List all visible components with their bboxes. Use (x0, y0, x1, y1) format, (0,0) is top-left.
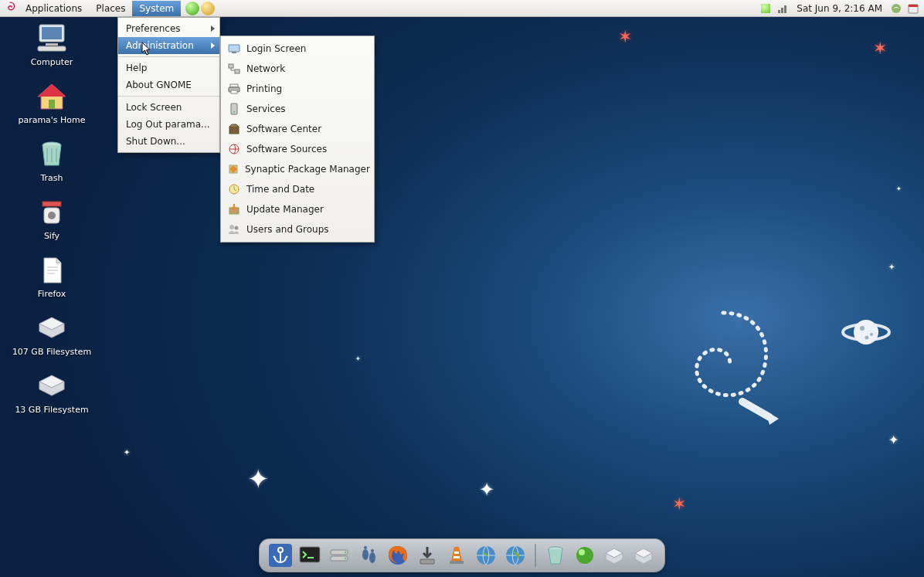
menu-item-software-sources[interactable]: Software Sources (221, 139, 374, 159)
quicklaunch-gold-icon[interactable] (201, 2, 215, 15)
desktop-icon-fs-107gb[interactable]: 107 GB Filesystem (9, 313, 94, 357)
dock-item-status[interactable] (572, 542, 598, 569)
dock-item-globe1[interactable] (473, 542, 499, 569)
svg-rect-51 (454, 556, 460, 558)
star-decoration: ✦ (479, 479, 494, 501)
svg-point-4 (865, 336, 869, 340)
dock-item-volume2[interactable] (630, 542, 657, 569)
menu-label: Shut Down... (126, 136, 185, 147)
star-red-decoration: ✶ (873, 39, 887, 58)
svg-rect-21 (229, 127, 239, 134)
svg-point-2 (860, 326, 865, 331)
menu-applications[interactable]: Applications (19, 1, 89, 16)
star-decoration: ✦ (896, 185, 902, 192)
dock-item-anchor[interactable] (267, 542, 294, 569)
svg-rect-52 (450, 561, 464, 564)
menu-item-help[interactable]: Help (118, 59, 219, 76)
tray-calendar-icon[interactable] (907, 2, 919, 15)
software-sources-icon (227, 142, 241, 156)
document-icon (35, 255, 69, 286)
menu-label: Log Out parama... (126, 119, 210, 130)
dock-item-trash[interactable] (542, 542, 569, 569)
planet-decoration (839, 313, 893, 351)
menu-label: Synaptic Package Manager (245, 164, 370, 175)
svg-point-45 (369, 552, 375, 563)
menu-label: Services (246, 104, 286, 114)
svg-point-20 (233, 111, 235, 113)
svg-point-56 (576, 547, 593, 564)
menu-system[interactable]: System (132, 1, 181, 16)
system-menu: Preferences Administration Help About GN… (117, 17, 220, 153)
desktop-icon-fs-13gb[interactable]: 13 GB Filesystem (9, 371, 94, 415)
star-decoration: ✦ (247, 463, 270, 494)
software-center-icon (227, 122, 241, 136)
panel-clock[interactable]: Sat Jun 9, 2:16 AM (793, 3, 885, 14)
desktop-icon-computer[interactable]: Computer (9, 23, 94, 67)
dock-item-firefox[interactable] (385, 542, 411, 569)
menu-item-lock-screen[interactable]: Lock Screen (118, 99, 219, 116)
svg-rect-49 (420, 559, 434, 564)
dock-separator (535, 544, 536, 567)
menu-places[interactable]: Places (89, 1, 132, 16)
dock-item-downloads[interactable] (414, 542, 440, 569)
svg-rect-7 (781, 8, 783, 13)
dock-item-drive[interactable] (326, 542, 352, 569)
menu-label: Software Center (246, 124, 321, 134)
desktop-icon-trash[interactable]: Trash (9, 139, 94, 183)
clock-icon (227, 182, 241, 196)
menu-item-printing[interactable]: Printing (221, 79, 374, 99)
desktop-icon-label: Computer (31, 57, 73, 67)
desktop-icon-home[interactable]: parama's Home (9, 81, 94, 125)
svg-rect-11 (909, 5, 918, 7)
menu-item-update-manager[interactable]: Update Manager (221, 199, 374, 219)
menu-item-users-groups[interactable]: Users and Groups (221, 219, 374, 239)
svg-point-47 (371, 549, 374, 552)
svg-rect-15 (235, 70, 239, 73)
dock-item-vlc[interactable] (443, 542, 470, 569)
desktop-icon-sify[interactable]: Sify (9, 197, 94, 241)
quicklaunch-green-icon[interactable] (185, 2, 199, 15)
dock-item-volume1[interactable] (601, 542, 627, 569)
top-panel: Applications Places System Sat Jun 9, 2:… (0, 0, 924, 17)
menu-item-login-screen[interactable]: Login Screen (221, 39, 374, 59)
mouse-cursor-icon (141, 42, 152, 56)
dock-item-globe2[interactable] (502, 542, 528, 569)
menu-item-network[interactable]: Network (221, 59, 374, 79)
trash-icon (35, 139, 69, 170)
dock-item-footprints[interactable] (355, 542, 382, 569)
svg-point-9 (892, 4, 901, 13)
menu-item-synaptic[interactable]: Synaptic Package Manager (221, 159, 374, 179)
star-decoration: ✦ (355, 355, 361, 362)
desktop-icon-grid: Computer parama's Home Trash Sify Firefo… (9, 23, 94, 415)
desktop-icon-label: 107 GB Filesystem (12, 347, 91, 357)
desktop-icon-label: 13 GB Filesystem (15, 405, 88, 415)
menu-label: Help (126, 63, 147, 73)
svg-rect-50 (454, 552, 459, 554)
tray-volume-icon[interactable] (890, 2, 902, 15)
menu-label: Login Screen (246, 43, 306, 54)
tray-status-icon[interactable] (759, 2, 772, 15)
menu-item-services[interactable]: Services (221, 99, 374, 119)
drive-icon (35, 313, 69, 344)
menu-item-preferences[interactable]: Preferences (118, 20, 219, 37)
menu-separator (118, 56, 219, 57)
debian-logo-icon[interactable] (3, 2, 17, 15)
menu-item-administration[interactable]: Administration (118, 37, 219, 54)
dock-item-terminal[interactable] (297, 542, 323, 569)
menu-item-time-date[interactable]: Time and Date (221, 179, 374, 199)
home-folder-icon (35, 81, 69, 112)
svg-rect-13 (232, 52, 236, 53)
menu-item-software-center[interactable]: Software Center (221, 119, 374, 139)
menu-item-shut-down[interactable]: Shut Down... (118, 133, 219, 150)
svg-point-42 (345, 552, 346, 553)
menu-item-about-gnome[interactable]: About GNOME (118, 76, 219, 93)
menu-label: Update Manager (246, 204, 324, 215)
svg-rect-31 (38, 46, 66, 51)
menu-label: About GNOME (126, 80, 192, 90)
svg-rect-14 (229, 64, 233, 68)
star-decoration: ✦ (124, 448, 130, 457)
tray-network-icon[interactable] (776, 2, 789, 15)
menu-item-log-out[interactable]: Log Out parama... (118, 116, 219, 133)
desktop-icon-firefox[interactable]: Firefox (9, 255, 94, 299)
svg-point-46 (364, 546, 367, 549)
